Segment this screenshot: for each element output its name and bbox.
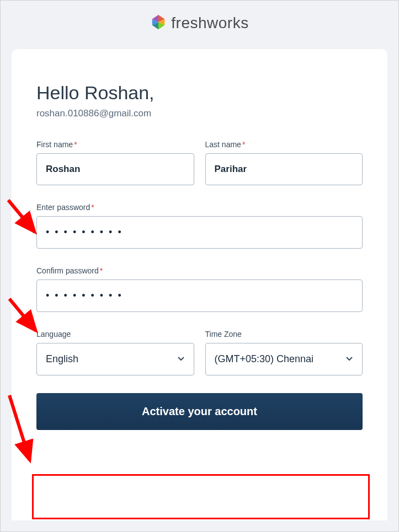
last-name-input[interactable] xyxy=(205,153,363,185)
language-label: Language xyxy=(36,330,194,338)
brand-name: freshworks xyxy=(171,14,248,32)
timezone-field: Time Zone (GMT+05:30) Chennai xyxy=(205,330,363,375)
freshworks-logo-icon xyxy=(150,14,167,33)
timezone-label: Time Zone xyxy=(205,330,363,338)
confirm-password-field: Confirm password* xyxy=(36,266,363,312)
confirm-password-label: Confirm password* xyxy=(36,266,363,275)
password-input[interactable] xyxy=(36,216,363,249)
first-name-field: First name* xyxy=(36,140,194,185)
signup-card: Hello Roshan, roshan.010886@gmail.com Fi… xyxy=(12,49,387,520)
header: freshworks xyxy=(1,1,398,49)
confirm-password-input[interactable] xyxy=(36,280,363,312)
last-name-field: Last name* xyxy=(205,140,363,185)
password-label: Enter password* xyxy=(36,203,363,212)
first-name-label: First name* xyxy=(36,140,194,149)
user-email: roshan.010886@gmail.com xyxy=(36,108,363,119)
language-select[interactable]: English xyxy=(36,343,194,375)
greeting: Hello Roshan, xyxy=(36,82,363,104)
language-field: Language English xyxy=(36,330,194,375)
last-name-label: Last name* xyxy=(205,140,363,149)
timezone-select[interactable]: (GMT+05:30) Chennai xyxy=(205,343,363,375)
password-field: Enter password* xyxy=(36,203,363,249)
activate-button[interactable]: Activate your account xyxy=(36,393,363,430)
brand-logo: freshworks xyxy=(150,14,248,33)
first-name-input[interactable] xyxy=(36,153,194,185)
